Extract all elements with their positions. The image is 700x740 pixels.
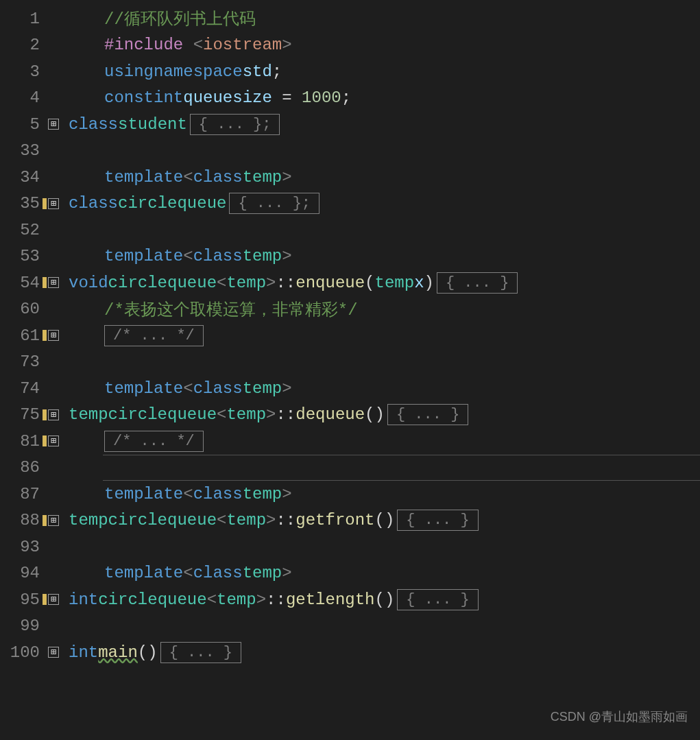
code-line: 52 [0, 217, 700, 243]
code-line: 60 /*表扬这个取模运算，非常精彩*/ [0, 296, 700, 323]
fold-expand-icon[interactable]: ⊞ [48, 409, 59, 420]
change-indicator [43, 594, 47, 605]
code-line: 34 template<class temp> [0, 164, 700, 191]
code-line: 54 ⊞ void circlequeue<temp>::enqueue(tem… [0, 270, 700, 296]
code-line: 74 template<class temp> [0, 375, 700, 402]
code-line: 75 ⊞ temp circlequeue<temp>::dequeue(){ … [0, 402, 700, 429]
fold-expand-icon[interactable]: ⊞ [48, 198, 59, 209]
code-line: 88 ⊞ temp circlequeue<temp>::getfront(){… [0, 508, 700, 534]
fold-expand-icon[interactable]: ⊞ [48, 119, 59, 130]
code-line: 94 template<class temp> [0, 560, 700, 587]
current-line-highlight [103, 455, 700, 481]
line-number: 1 [0, 10, 48, 28]
code-line: 73 [0, 349, 700, 376]
folded-region[interactable]: { ... }; [229, 193, 319, 214]
change-indicator [43, 277, 47, 288]
change-indicator [43, 409, 47, 420]
line-number: 2 [0, 36, 48, 54]
fold-expand-icon[interactable]: ⊞ [48, 435, 59, 446]
code-content[interactable]: //循环队列书上代码 [69, 8, 700, 29]
code-line-current: 86 [0, 455, 700, 481]
code-line: 1 //循环队列书上代码 [0, 5, 700, 32]
code-line: 87 template<class temp> [0, 481, 700, 508]
folded-region[interactable]: { ... } [397, 589, 478, 610]
code-line: 53 template<class temp> [0, 243, 700, 270]
change-indicator [43, 198, 47, 209]
folded-region[interactable]: { ... }; [190, 114, 280, 135]
code-editor[interactable]: 1 //循环队列书上代码 2 #include <iostream> 3 usi… [0, 0, 700, 666]
code-line: 100 ⊞ int main(){ ... } [0, 639, 700, 666]
code-line: 33 [0, 138, 700, 165]
change-indicator [43, 330, 47, 341]
folded-region[interactable]: { ... } [397, 510, 478, 531]
change-indicator [43, 515, 47, 526]
folded-region[interactable]: /* ... */ [104, 325, 204, 346]
fold-expand-icon[interactable]: ⊞ [48, 647, 59, 658]
code-line: 5 ⊞ class student{ ... }; [0, 111, 700, 138]
code-line: 4 const int queuesize = 1000; [0, 85, 700, 112]
fold-expand-icon[interactable]: ⊞ [48, 277, 59, 288]
code-line: 2 #include <iostream> [0, 32, 700, 59]
code-line: 3 using namespace std; [0, 58, 700, 85]
folded-region[interactable]: { ... } [160, 642, 241, 663]
code-line: 99 [0, 613, 700, 640]
code-line: 35 ⊞ class circlequeue{ ... }; [0, 191, 700, 217]
fold-expand-icon[interactable]: ⊞ [48, 515, 59, 526]
code-line: 95 ⊞ int circlequeue<temp>::getlength(){… [0, 586, 700, 613]
folded-region[interactable]: { ... } [437, 272, 518, 294]
folded-region[interactable]: /* ... */ [104, 431, 204, 452]
fold-expand-icon[interactable]: ⊞ [48, 330, 59, 341]
code-line: 93 [0, 534, 700, 560]
code-line: 81 ⊞ /* ... */ [0, 428, 700, 455]
watermark: CSDN @青山如墨雨如画 [551, 708, 688, 725]
change-indicator [43, 435, 47, 446]
fold-expand-icon[interactable]: ⊞ [48, 594, 59, 605]
code-line: 61 ⊞ /* ... */ [0, 322, 700, 349]
folded-region[interactable]: { ... } [387, 404, 468, 425]
